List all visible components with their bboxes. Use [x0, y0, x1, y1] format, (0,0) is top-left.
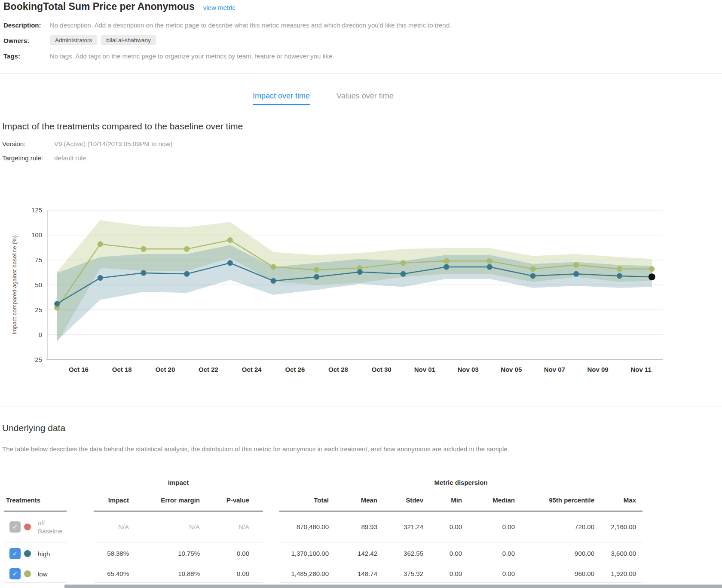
column-header-min: Min [451, 496, 462, 504]
high-data-point[interactable] [98, 275, 103, 281]
treatment-row-off-min: 0.00 [450, 523, 462, 530]
x-tick-label: Nov 09 [587, 366, 608, 373]
row-divider [279, 542, 642, 542]
treatment-row-high-checkbox[interactable]: ✓ [9, 548, 21, 559]
row-divider [94, 582, 263, 583]
low-data-point[interactable] [184, 246, 190, 252]
column-header-total: Total [314, 496, 329, 504]
view-tabs: Impact over timeValues over time [253, 92, 394, 105]
low-data-point[interactable] [530, 266, 535, 272]
low-data-point[interactable] [141, 246, 146, 252]
treatment-row-high-label: high [38, 550, 50, 558]
high-data-point[interactable] [54, 301, 60, 306]
high-data-point[interactable] [530, 273, 535, 279]
x-tick-label: Nov 03 [457, 366, 478, 373]
section-divider [0, 407, 722, 407]
treatment-row-low-error-margin: 10.88% [178, 570, 200, 577]
treatment-row-low-mean: 148.74 [358, 570, 377, 577]
header-divider [0, 73, 722, 74]
treatment-row-off-impact: N/A [118, 523, 129, 530]
treatment-row-off-p-value: N/A [239, 523, 249, 530]
x-tick-label: Oct 24 [242, 366, 262, 373]
tab-values-over-time[interactable]: Values over time [337, 92, 394, 105]
row-divider [279, 565, 642, 565]
x-tick-label: Nov 07 [544, 366, 565, 373]
owner-badge-administrators[interactable]: Administrators [50, 35, 97, 45]
treatment-row-low-95th-percentile: 960.00 [575, 570, 594, 577]
high-data-point[interactable] [617, 273, 622, 279]
treatment-row-high-stdev: 362.55 [404, 550, 423, 557]
high-data-point[interactable] [141, 270, 146, 276]
x-tick-label: Oct 22 [199, 366, 218, 373]
high-data-point[interactable] [400, 271, 406, 277]
low-data-point[interactable] [270, 264, 276, 270]
treatment-row-off-max: 2,160.00 [611, 523, 636, 530]
titlebar: BookingTotal Sum Price per Anonymous vie… [3, 1, 236, 12]
column-header-error-margin: Error margin [161, 496, 200, 504]
owner-badge-bilal-al-shahwany[interactable]: bilal.al-shahwany [101, 35, 156, 45]
x-tick-label: Oct 18 [112, 366, 132, 373]
owner-badges: Administratorsbilal.al-shahwany [50, 35, 156, 45]
y-tick-label: 100 [31, 231, 42, 239]
low-data-point[interactable] [617, 266, 622, 272]
x-tick-label: Oct 26 [285, 366, 305, 373]
off-treatment-color-dot [24, 524, 31, 530]
low-treatment-color-dot [24, 570, 31, 577]
y-axis-title: Impact compared against baseline (%) [11, 236, 18, 334]
y-tick-label: -25 [33, 356, 42, 363]
view-metric-link[interactable]: view metric [203, 4, 236, 11]
row-divider [279, 582, 642, 583]
tab-impact-over-time[interactable]: Impact over time [253, 92, 310, 105]
low-data-point[interactable] [227, 237, 233, 243]
high-data-point[interactable] [444, 264, 449, 270]
targeting-rule-label: Targeting rule: [2, 154, 43, 162]
tags-value: No tags. Add tags on the metric page to … [50, 52, 334, 60]
column-header-95th-percentile: 95th percentile [549, 496, 594, 504]
row-divider [4, 582, 67, 583]
treatment-row-off-stdev: 321.24 [404, 523, 423, 530]
x-tick-label: Nov 11 [630, 366, 651, 373]
column-header-max: Max [624, 496, 636, 504]
selected-data-point[interactable] [649, 273, 655, 280]
high-data-point[interactable] [184, 271, 190, 277]
low-data-point[interactable] [314, 267, 319, 273]
row-divider [94, 565, 263, 565]
treatment-row-low-total: 1,485,280.00 [291, 570, 329, 577]
treatment-row-low-median: 0.00 [502, 570, 515, 577]
treatment-row-high-max: 3,600.00 [611, 550, 636, 557]
row-divider [4, 565, 67, 565]
treatment-row-high-impact: 58.38% [107, 550, 129, 557]
page-title: BookingTotal Sum Price per Anonymous [3, 1, 195, 12]
treatment-row-high-total: 1,370,100.00 [291, 550, 329, 557]
column-header-stdev: Stdev [406, 496, 423, 504]
treatment-row-high-error-margin: 10.75% [178, 550, 200, 557]
impact-over-time-chart[interactable]: 1251007550250-25Oct 16Oct 18Oct 20Oct 22… [0, 189, 722, 378]
low-data-point[interactable] [649, 266, 655, 272]
version-value: V9 (Active) (10/14/2019 05:09PM to now) [54, 140, 172, 147]
treatment-row-off-checkbox[interactable]: ✓ [9, 521, 21, 533]
high-data-point[interactable] [227, 260, 233, 266]
high-data-point[interactable] [314, 274, 319, 280]
owners-label: Owners: [3, 37, 29, 44]
targeting-rule-value: default rule [54, 154, 86, 162]
low-data-point[interactable] [98, 241, 103, 247]
treatment-row-low-checkbox[interactable]: ✓ [9, 568, 21, 579]
low-data-point[interactable] [573, 262, 579, 268]
y-tick-label: 50 [35, 281, 42, 288]
low-data-point[interactable] [400, 260, 406, 266]
version-label: Version: [2, 140, 25, 147]
high-data-point[interactable] [270, 278, 276, 284]
treatment-row-off-label: offBaseline [38, 519, 63, 535]
x-tick-label: Oct 30 [372, 366, 392, 373]
low-data-point[interactable] [444, 258, 449, 264]
high-data-point[interactable] [487, 264, 493, 270]
treatment-row-high-median: 0.00 [502, 550, 515, 557]
metric-dispersion-group-header: Metric dispersion [434, 479, 487, 486]
treatment-row-high-95th-percentile: 900.00 [575, 550, 594, 557]
high-data-point[interactable] [357, 269, 363, 275]
description-value: No description. Add a description on the… [50, 21, 451, 29]
treatment-row-high-min: 0.00 [450, 550, 462, 557]
low-data-point[interactable] [487, 258, 493, 264]
high-data-point[interactable] [573, 271, 579, 277]
treatment-row-off-median: 0.00 [502, 523, 515, 530]
